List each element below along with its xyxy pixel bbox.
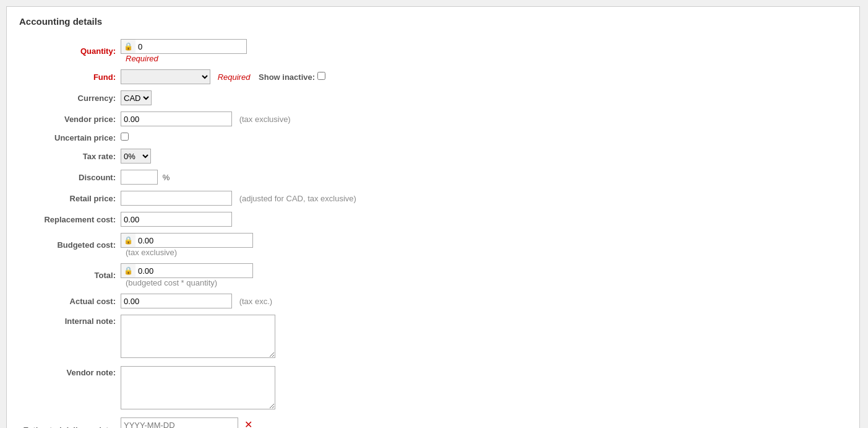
replacement-cost-input[interactable] bbox=[121, 212, 232, 227]
retail-price-hint: (adjusted for CAD, tax exclusive) bbox=[239, 194, 356, 203]
accounting-form: Quantity: 🔒 Required Fund: Required bbox=[19, 36, 847, 428]
tax-rate-select[interactable]: 0% 5% 10% 15% bbox=[121, 149, 151, 164]
budgeted-cost-cell: 🔒 (tax exclusive) bbox=[118, 230, 847, 260]
vendor-note-textarea[interactable] bbox=[121, 366, 275, 409]
retail-price-label: Retail price: bbox=[19, 188, 118, 209]
fund-row: Fund: Required Show inactive: bbox=[19, 66, 847, 87]
replacement-cost-cell bbox=[118, 209, 847, 230]
vendor-price-input[interactable] bbox=[121, 111, 232, 126]
retail-price-cell: (adjusted for CAD, tax exclusive) bbox=[118, 188, 847, 209]
vendor-price-label: Vendor price: bbox=[19, 108, 118, 129]
internal-note-label: Internal note: bbox=[19, 312, 118, 363]
delivery-date-row: Estimated delivery date: ✕ (YYYY-MM-DD) bbox=[19, 414, 847, 428]
page-title: Accounting details bbox=[19, 16, 847, 27]
delete-date-icon[interactable]: ✕ bbox=[244, 419, 252, 429]
fund-required: Required bbox=[218, 72, 251, 82]
total-input-wrapper: 🔒 bbox=[121, 263, 844, 278]
delivery-date-label: Estimated delivery date: bbox=[19, 414, 118, 428]
show-inactive-label: Show inactive: bbox=[259, 72, 315, 82]
internal-note-textarea[interactable] bbox=[121, 315, 275, 358]
budgeted-cost-row: Budgeted cost: 🔒 (tax exclusive) bbox=[19, 230, 847, 260]
uncertain-price-row: Uncertain price: bbox=[19, 129, 847, 146]
vendor-price-hint: (tax exclusive) bbox=[239, 115, 291, 124]
actual-cost-input[interactable] bbox=[121, 294, 232, 308]
delivery-date-input[interactable] bbox=[121, 417, 238, 428]
vendor-note-row: Vendor note: bbox=[19, 363, 847, 414]
currency-cell: CAD USD EUR GBP bbox=[118, 87, 847, 108]
budgeted-cost-label: Budgeted cost: bbox=[19, 230, 118, 260]
quantity-lock-icon: 🔒 bbox=[121, 39, 135, 54]
tax-rate-row: Tax rate: 0% 5% 10% 15% bbox=[19, 146, 847, 167]
delivery-date-cell: ✕ (YYYY-MM-DD) bbox=[118, 414, 847, 428]
currency-label: Currency: bbox=[19, 87, 118, 108]
total-cell: 🔒 (budgeted cost * quantity) bbox=[118, 260, 847, 290]
discount-input[interactable] bbox=[121, 170, 158, 185]
total-label: Total: bbox=[19, 260, 118, 290]
internal-note-cell bbox=[118, 312, 847, 363]
actual-cost-cell: (tax exc.) bbox=[118, 290, 847, 312]
vendor-note-cell bbox=[118, 363, 847, 414]
budgeted-cost-input[interactable] bbox=[135, 233, 253, 248]
internal-note-row: Internal note: bbox=[19, 312, 847, 363]
fund-cell: Required Show inactive: bbox=[118, 66, 847, 87]
fund-label: Fund: bbox=[19, 66, 118, 87]
show-inactive-checkbox[interactable] bbox=[317, 72, 325, 80]
currency-select[interactable]: CAD USD EUR GBP bbox=[121, 90, 152, 105]
retail-price-row: Retail price: (adjusted for CAD, tax exc… bbox=[19, 188, 847, 209]
currency-row: Currency: CAD USD EUR GBP bbox=[19, 87, 847, 108]
fund-select[interactable] bbox=[121, 69, 210, 84]
quantity-input-wrapper: 🔒 bbox=[121, 39, 844, 54]
vendor-price-row: Vendor price: (tax exclusive) bbox=[19, 108, 847, 129]
discount-row: Discount: % bbox=[19, 167, 847, 188]
uncertain-price-cell bbox=[118, 129, 847, 146]
replacement-cost-row: Replacement cost: bbox=[19, 209, 847, 230]
vendor-price-cell: (tax exclusive) bbox=[118, 108, 847, 129]
tax-rate-label: Tax rate: bbox=[19, 146, 118, 167]
discount-cell: % bbox=[118, 167, 847, 188]
quantity-required: Required bbox=[126, 54, 158, 63]
budgeted-cost-lock-icon: 🔒 bbox=[121, 233, 135, 248]
discount-label: Discount: bbox=[19, 167, 118, 188]
actual-cost-hint: (tax exc.) bbox=[239, 297, 272, 306]
actual-cost-row: Actual cost: (tax exc.) bbox=[19, 290, 847, 312]
quantity-row: Quantity: 🔒 Required bbox=[19, 36, 847, 66]
actual-cost-label: Actual cost: bbox=[19, 290, 118, 312]
total-hint: (budgeted cost * quantity) bbox=[126, 278, 217, 287]
tax-rate-cell: 0% 5% 10% 15% bbox=[118, 146, 847, 167]
quantity-cell: 🔒 Required bbox=[118, 36, 847, 66]
replacement-cost-label: Replacement cost: bbox=[19, 209, 118, 230]
uncertain-price-checkbox[interactable] bbox=[121, 133, 129, 141]
percent-sign: % bbox=[163, 173, 170, 182]
total-lock-icon: 🔒 bbox=[121, 263, 135, 278]
vendor-note-label: Vendor note: bbox=[19, 363, 118, 414]
budgeted-cost-input-wrapper: 🔒 bbox=[121, 233, 844, 248]
quantity-label: Quantity: bbox=[19, 36, 118, 66]
quantity-input[interactable] bbox=[135, 39, 247, 54]
total-row: Total: 🔒 (budgeted cost * quantity) bbox=[19, 260, 847, 290]
retail-price-input[interactable] bbox=[121, 191, 232, 206]
budgeted-cost-hint: (tax exclusive) bbox=[126, 248, 177, 257]
total-input[interactable] bbox=[135, 263, 253, 278]
uncertain-price-label: Uncertain price: bbox=[19, 129, 118, 146]
